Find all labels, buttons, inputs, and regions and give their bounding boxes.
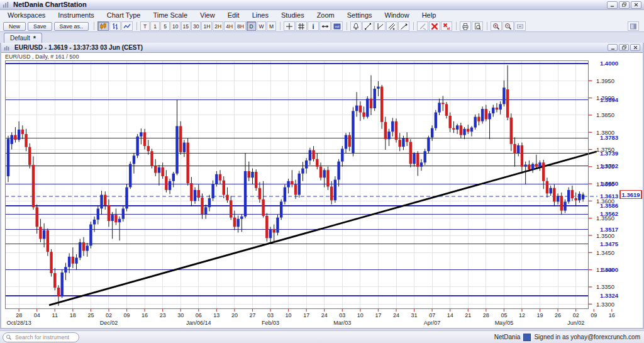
menu-edit[interactable]: Edit bbox=[221, 10, 246, 21]
save-as-button[interactable]: Save as.. bbox=[54, 22, 89, 31]
x-axis-week-label: 06 bbox=[196, 312, 202, 318]
timeframe-2h-button[interactable]: 2H bbox=[213, 21, 223, 31]
trendline-icon[interactable] bbox=[362, 21, 374, 31]
grid-icon[interactable] bbox=[296, 21, 307, 31]
timeframe-15-button[interactable]: 15 bbox=[181, 21, 191, 31]
line-chart-icon[interactable] bbox=[121, 21, 133, 31]
candle-body bbox=[11, 135, 13, 144]
candle-body bbox=[183, 143, 186, 152]
panel-toggle-icon[interactable] bbox=[628, 21, 639, 31]
candle-body bbox=[488, 113, 491, 119]
toolbar-separator bbox=[94, 22, 94, 30]
toolbar-separator bbox=[456, 22, 457, 30]
ray-icon[interactable] bbox=[398, 21, 409, 31]
timeframe-1h-button[interactable]: 1H bbox=[201, 21, 212, 31]
timeframe-w-button[interactable]: W bbox=[257, 21, 266, 31]
menu-view[interactable]: View bbox=[194, 10, 221, 21]
delete-all-icon[interactable]: al bbox=[441, 21, 452, 31]
candle-body bbox=[64, 267, 67, 273]
search-icon bbox=[6, 334, 12, 340]
candle-body bbox=[233, 218, 236, 227]
candle-body bbox=[186, 143, 189, 183]
minimize-button[interactable] bbox=[607, 1, 618, 9]
candle-body bbox=[236, 219, 239, 227]
candle-body bbox=[258, 188, 261, 200]
close-button[interactable] bbox=[631, 1, 641, 9]
price-level-label: 1.3650 bbox=[600, 180, 618, 187]
menu-studies[interactable]: Studies bbox=[275, 10, 311, 21]
menu-lines[interactable]: Lines bbox=[246, 10, 275, 21]
candle-body bbox=[521, 145, 523, 167]
channel-icon[interactable] bbox=[386, 21, 397, 31]
chart-window-title-bar[interactable]: EUR/USD - 1.3619 - 13:37:33 03 Jun (CEST… bbox=[1, 43, 643, 53]
candle-body bbox=[21, 130, 24, 134]
menu-settings[interactable]: Settings bbox=[341, 10, 379, 21]
candle-body bbox=[280, 201, 282, 217]
y-axis-label: 1.3300 bbox=[596, 301, 614, 308]
candle-body bbox=[312, 150, 314, 159]
candlestick-icon[interactable] bbox=[97, 21, 109, 31]
zoom-in-icon[interactable] bbox=[491, 21, 502, 31]
candle-body bbox=[57, 288, 60, 296]
alert-icon[interactable] bbox=[350, 21, 362, 31]
timeframe-8h-button[interactable]: 8H bbox=[235, 21, 246, 31]
candle-body bbox=[546, 181, 548, 194]
crosshair-icon[interactable] bbox=[284, 21, 295, 31]
volume-icon[interactable]: vol bbox=[331, 21, 343, 31]
zoom-out-icon[interactable] bbox=[502, 21, 514, 31]
minimize-button[interactable] bbox=[608, 44, 618, 51]
timeframe-m-button[interactable]: M bbox=[267, 21, 276, 31]
candle-body bbox=[424, 151, 426, 162]
vertical-trend-icon[interactable] bbox=[374, 21, 386, 31]
menu-instruments[interactable]: Instruments bbox=[52, 10, 100, 21]
candle-body bbox=[341, 149, 343, 161]
menu-window[interactable]: Window bbox=[379, 10, 416, 21]
search-input[interactable] bbox=[14, 334, 72, 341]
timeframe-t-button[interactable]: T bbox=[140, 21, 150, 31]
restore-button[interactable] bbox=[619, 44, 629, 51]
candle-body bbox=[456, 125, 458, 130]
remove-line-icon[interactable] bbox=[417, 21, 428, 31]
new-button[interactable]: New bbox=[3, 22, 26, 31]
timeframe-4h-button[interactable]: 4H bbox=[224, 21, 235, 31]
brand-label: NetDania bbox=[494, 334, 521, 340]
timeframe-1-button[interactable]: 1 bbox=[150, 21, 160, 31]
info-icon[interactable]: i bbox=[308, 21, 319, 31]
timeframe-30-button[interactable]: 30 bbox=[191, 21, 201, 31]
candle-body bbox=[172, 174, 175, 181]
candle-body bbox=[535, 164, 538, 166]
y-axis-label: 1.3950 bbox=[596, 77, 614, 84]
candle-body bbox=[298, 174, 301, 195]
hscroll-icon[interactable] bbox=[319, 21, 331, 31]
printer-icon[interactable] bbox=[460, 21, 471, 31]
menu-workspaces[interactable]: Workspaces bbox=[1, 10, 52, 21]
x-axis-week-label: 27 bbox=[249, 312, 255, 318]
save-button[interactable]: Save bbox=[28, 22, 52, 31]
delete-red-x-icon[interactable] bbox=[429, 21, 440, 31]
print-preview-icon[interactable] bbox=[472, 21, 483, 31]
instrument-search[interactable] bbox=[3, 332, 79, 342]
price-chart[interactable]: 1.39501.39001.38501.38001.37501.37001.36… bbox=[1, 53, 643, 328]
candle-body bbox=[474, 117, 476, 128]
current-price-label: 1.3619 bbox=[621, 191, 640, 198]
candle-body bbox=[326, 170, 329, 186]
candle-body bbox=[420, 162, 423, 167]
x-axis-week-label: 02 bbox=[573, 312, 579, 318]
ohlc-bars-icon[interactable] bbox=[109, 21, 121, 31]
x-axis-week-label: 11 bbox=[52, 312, 58, 318]
menu-zoom[interactable]: Zoom bbox=[311, 10, 341, 21]
candle-body bbox=[316, 159, 318, 167]
candle-body bbox=[50, 252, 52, 273]
spin-icon[interactable] bbox=[514, 21, 526, 31]
menu-chart-type[interactable]: Chart Type bbox=[101, 10, 147, 21]
close-button[interactable] bbox=[630, 44, 640, 51]
candle-body bbox=[47, 230, 49, 252]
price-level-label: 1.3613 bbox=[600, 193, 618, 200]
timeframe-5-button[interactable]: 5 bbox=[160, 21, 170, 31]
tab-default[interactable]: Default * bbox=[4, 33, 42, 43]
restore-button[interactable] bbox=[619, 1, 630, 9]
menu-time-scale[interactable]: Time Scale bbox=[147, 10, 194, 21]
menu-help[interactable]: Help bbox=[416, 10, 443, 21]
timeframe-d-button[interactable]: D bbox=[247, 21, 256, 31]
timeframe-10-button[interactable]: 10 bbox=[170, 21, 180, 31]
